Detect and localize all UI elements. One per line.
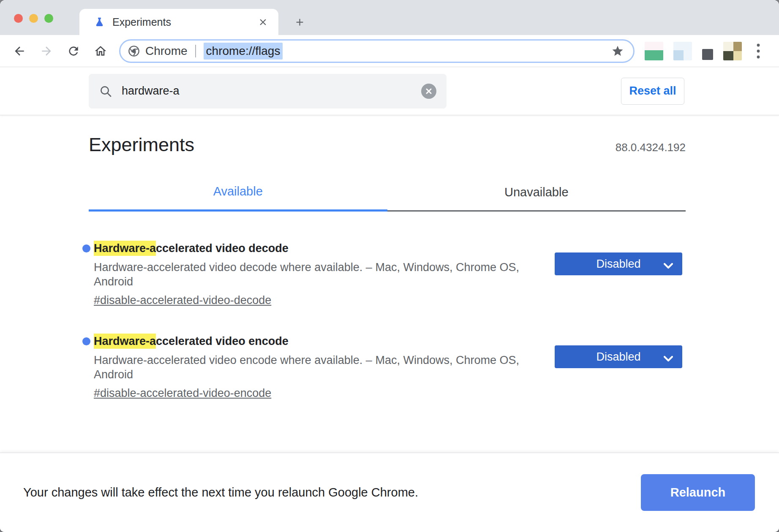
flag-info: Hardware-accelerated video decode Hardwa… bbox=[89, 241, 555, 307]
page-title: Experiments bbox=[89, 134, 194, 156]
tab-close-icon[interactable] bbox=[256, 15, 270, 29]
url-text-selected[interactable]: chrome://flags bbox=[204, 43, 283, 60]
flag-permalink[interactable]: #disable-accelerated-video-decode bbox=[94, 294, 271, 307]
home-button[interactable] bbox=[90, 41, 111, 61]
back-icon bbox=[13, 44, 26, 58]
browser-tab[interactable]: Experiments bbox=[79, 9, 278, 35]
dropdown-value: Disabled bbox=[596, 258, 640, 271]
home-icon bbox=[94, 44, 107, 58]
search-highlight: Hardware-a bbox=[94, 241, 156, 256]
flags-tabs: Available Unavailable bbox=[89, 185, 686, 212]
flag-state-dropdown[interactable]: Disabled bbox=[555, 252, 682, 275]
new-tab-button[interactable] bbox=[291, 14, 308, 30]
blue-extension-icon[interactable] bbox=[673, 42, 692, 60]
green-extension-icon[interactable] bbox=[645, 42, 663, 60]
relaunch-footer: Your changes will take effect the next t… bbox=[0, 453, 779, 532]
flags-search-input[interactable] bbox=[121, 84, 421, 98]
tab-available[interactable]: Available bbox=[89, 185, 387, 212]
reload-button[interactable] bbox=[63, 41, 84, 61]
chrome-version: 88.0.4324.192 bbox=[616, 141, 686, 154]
forward-button[interactable] bbox=[36, 41, 57, 61]
chevron-down-icon bbox=[663, 353, 674, 366]
relaunch-message: Your changes will take effect the next t… bbox=[23, 486, 418, 499]
flask-icon bbox=[94, 16, 105, 28]
chevron-down-icon bbox=[663, 260, 674, 273]
flags-search-header: Reset all bbox=[0, 67, 779, 115]
flag-info: Hardware-accelerated video encode Hardwa… bbox=[89, 334, 555, 400]
tab-strip: Experiments bbox=[0, 0, 779, 35]
bookmark-star-button[interactable] bbox=[610, 44, 625, 58]
flags-list: Hardware-accelerated video decode Hardwa… bbox=[89, 241, 686, 400]
url-site-label: Chrome bbox=[145, 44, 188, 58]
flag-title: Hardware-accelerated video encode bbox=[94, 334, 555, 348]
url-separator bbox=[195, 45, 196, 57]
extensions-area bbox=[645, 42, 765, 60]
tab-title: Experiments bbox=[112, 16, 171, 28]
flag-description: Hardware-accelerated video decode where … bbox=[94, 260, 555, 289]
flag-description: Hardware-accelerated video encode where … bbox=[94, 353, 555, 382]
traffic-light-close-button[interactable] bbox=[14, 14, 23, 23]
relaunch-button[interactable]: Relaunch bbox=[641, 474, 755, 511]
browser-toolbar: Chrome chrome://flags bbox=[0, 35, 779, 67]
dropdown-value: Disabled bbox=[596, 350, 640, 364]
search-icon bbox=[99, 84, 112, 98]
bookmark-star-icon bbox=[611, 45, 624, 57]
flag-row-video-encode: Hardware-accelerated video encode Hardwa… bbox=[89, 334, 686, 400]
forward-icon bbox=[40, 44, 53, 58]
flag-title: Hardware-accelerated video decode bbox=[94, 241, 555, 255]
reload-icon bbox=[67, 44, 80, 58]
traffic-light-maximize-button[interactable] bbox=[44, 14, 53, 23]
back-button[interactable] bbox=[9, 41, 30, 61]
flags-page-body: Experiments 88.0.4324.192 Available Unav… bbox=[0, 134, 779, 400]
browser-window: Experiments bbox=[0, 0, 779, 532]
browser-menu-kebab-icon[interactable] bbox=[752, 42, 765, 60]
search-match-dot-icon bbox=[82, 337, 90, 345]
chrome-logo-icon bbox=[128, 45, 140, 57]
clear-search-button[interactable] bbox=[421, 84, 436, 99]
clear-x-icon bbox=[425, 87, 433, 95]
flag-state-dropdown[interactable]: Disabled bbox=[555, 345, 682, 368]
search-highlight: Hardware-a bbox=[94, 334, 156, 349]
address-bar[interactable]: Chrome chrome://flags bbox=[119, 39, 635, 63]
flags-search-box[interactable] bbox=[89, 74, 447, 109]
tab-unavailable[interactable]: Unavailable bbox=[387, 185, 686, 212]
gray-extension-icon[interactable] bbox=[702, 49, 713, 60]
reset-all-button[interactable]: Reset all bbox=[621, 78, 684, 105]
mosaic-extension-icon[interactable] bbox=[723, 42, 742, 60]
traffic-light-minimize-button[interactable] bbox=[29, 14, 38, 23]
search-match-dot-icon bbox=[82, 244, 90, 252]
flag-row-video-decode: Hardware-accelerated video decode Hardwa… bbox=[89, 241, 686, 307]
flag-permalink[interactable]: #disable-accelerated-video-encode bbox=[94, 387, 271, 400]
